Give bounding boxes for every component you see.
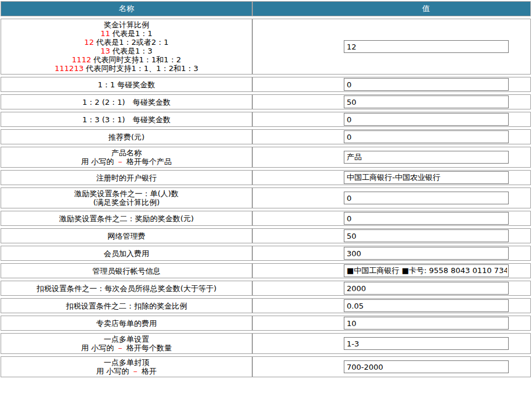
multi-order-setting-input[interactable]	[344, 337, 509, 350]
bonus-1-1-value-cell	[252, 77, 531, 92]
settings-table: 名称 值 奖金计算比例11 代表是1：112 代表是1：2或者2：113 代表是…	[1, 0, 531, 380]
highlight-text: －	[117, 344, 124, 352]
member-join-fee-input[interactable]	[344, 247, 509, 260]
tax-condition-2-value-cell	[252, 298, 531, 313]
incentive-condition-1-input[interactable]	[344, 192, 509, 204]
settings-table-body: 奖金计算比例11 代表是1：112 代表是1：2或者2：113 代表是1：311…	[1, 19, 531, 377]
table-row: 扣税设置条件之二：扣除的奖金比例	[1, 298, 531, 313]
column-header-name: 名称	[1, 1, 252, 16]
highlight-text: －	[132, 367, 139, 376]
incentive-condition-2-input[interactable]	[344, 212, 509, 225]
label-text: 奖金计算比例	[104, 20, 149, 29]
table-header-row: 名称 值	[1, 1, 531, 16]
table-row: 激励奖设置条件之二：奖励的奖金数(元)	[1, 211, 531, 226]
table-row: 激励奖设置条件之一：单(人)数(满足奖金计算比例)	[1, 187, 531, 208]
store-order-fee-input[interactable]	[344, 317, 509, 330]
admin-bank-info-label: 管理员银行帐号信息	[1, 263, 252, 278]
label-text: 激励奖设置条件之二：奖励的奖金数(元)	[59, 214, 193, 223]
member-join-fee-label: 会员加入费用	[1, 246, 252, 261]
network-fee-value-cell	[252, 228, 531, 243]
store-order-fee-label: 专卖店每单的费用	[1, 316, 252, 331]
label-text: 格开每个数量	[124, 344, 172, 352]
label-text: 代表是1：2或者2：1	[94, 38, 168, 47]
bonus-1-1-input[interactable]	[344, 78, 509, 91]
bonus-1-2-label: 1：2 (2：1) 每碰奖金数	[1, 94, 252, 109]
table-row: 1：2 (2：1) 每碰奖金数	[1, 94, 531, 109]
tax-condition-1-input[interactable]	[344, 282, 509, 295]
register-bank-input[interactable]	[344, 171, 509, 184]
label-text: 代表同时支持1：1和1：2	[91, 55, 181, 64]
label-text: 推荐费(元)	[108, 133, 145, 141]
register-bank-label: 注册时的开户银行	[1, 170, 252, 185]
label-text: 网络管理费	[108, 232, 146, 240]
label-text: 一点多单设置	[104, 335, 149, 344]
product-name-input[interactable]	[344, 151, 509, 164]
label-text: 格开每个产品	[124, 157, 172, 166]
label-text: 1：1 每碰奖金数	[98, 80, 156, 89]
table-row: 奖金计算比例11 代表是1：112 代表是1：2或者2：113 代表是1：311…	[1, 19, 531, 75]
label-text: 专卖店每单的费用	[96, 319, 157, 328]
bonus-1-2-value-cell	[252, 94, 531, 109]
label-text: 一点多单封顶	[104, 358, 149, 367]
multi-order-cap-input[interactable]	[344, 360, 509, 373]
tax-condition-2-label: 扣税设置条件之二：扣除的奖金比例	[1, 298, 252, 313]
incentive-condition-1-value-cell	[252, 187, 531, 208]
bonus-1-3-label: 1：3 (3：1) 每碰奖金数	[1, 112, 252, 127]
label-text: 扣税设置条件之二：扣除的奖金比例	[66, 302, 187, 310]
highlight-text: 111213	[55, 64, 84, 73]
bonus-1-3-value-cell	[252, 112, 531, 127]
tax-condition-1-label: 扣税设置条件之一：每次会员所得总奖金数(大于等于)	[1, 281, 252, 296]
table-row: 会员加入费用	[1, 246, 531, 261]
table-row: 1：3 (3：1) 每碰奖金数	[1, 112, 531, 127]
label-text: 代表是1：3	[110, 47, 153, 55]
table-row: 扣税设置条件之一：每次会员所得总奖金数(大于等于)	[1, 281, 531, 296]
highlight-text: 11	[100, 29, 110, 38]
product-name-label: 产品名称用 小写的 － 格开每个产品	[1, 147, 252, 168]
table-row: 1：1 每碰奖金数	[1, 77, 531, 92]
referral-fee-input[interactable]	[344, 130, 509, 143]
table-row: 产品名称用 小写的 － 格开每个产品	[1, 147, 531, 168]
bonus-1-3-input[interactable]	[344, 113, 509, 126]
incentive-condition-2-value-cell	[252, 211, 531, 226]
label-text: 会员加入费用	[104, 249, 149, 258]
label-text: 激励奖设置条件之一：单(人)数	[74, 189, 178, 198]
highlight-text: 1112	[72, 55, 91, 64]
multi-order-cap-label: 一点多单封顶用 小写的 － 格开	[1, 356, 252, 377]
multi-order-setting-value-cell	[252, 333, 531, 354]
label-text: 用 小写的	[81, 344, 116, 352]
table-row: 专卖店每单的费用	[1, 316, 531, 331]
network-fee-input[interactable]	[344, 229, 509, 242]
highlight-text: 12	[84, 38, 94, 47]
label-text: 产品名称	[111, 148, 142, 157]
bonus-1-2-input[interactable]	[344, 95, 509, 108]
table-row: 注册时的开户银行	[1, 170, 531, 185]
column-header-value: 值	[252, 1, 531, 16]
label-text: 代表同时支持1：1、1：2和1：3	[83, 64, 198, 73]
label-text: 1：3 (3：1) 每碰奖金数	[82, 115, 170, 124]
member-join-fee-value-cell	[252, 246, 531, 261]
store-order-fee-value-cell	[252, 316, 531, 331]
bonus-calc-ratio-input[interactable]	[344, 40, 509, 53]
table-row: 一点多单设置用 小写的 － 格开每个数量	[1, 333, 531, 354]
admin-bank-info-input[interactable]	[344, 264, 509, 277]
label-text: 格开	[139, 367, 157, 376]
label-text: 扣税设置条件之一：每次会员所得总奖金数(大于等于)	[36, 284, 216, 293]
referral-fee-value-cell	[252, 129, 531, 144]
label-text: 注册时的开户银行	[96, 174, 157, 182]
label-text: 代表是1：1	[110, 29, 153, 38]
table-row: 网络管理费	[1, 228, 531, 243]
label-text: 用 小写的	[81, 157, 116, 166]
bonus-calc-ratio-value-cell	[252, 19, 531, 75]
highlight-text: －	[117, 157, 124, 166]
referral-fee-label: 推荐费(元)	[1, 129, 252, 144]
label-text: 管理员银行帐号信息	[93, 267, 161, 275]
label-text: 用 小写的	[96, 367, 131, 376]
table-row: 推荐费(元)	[1, 129, 531, 144]
table-row: 管理员银行帐号信息	[1, 263, 531, 278]
table-row: 一点多单封顶用 小写的 － 格开	[1, 356, 531, 377]
tax-condition-2-input[interactable]	[344, 299, 509, 312]
network-fee-label: 网络管理费	[1, 228, 252, 243]
multi-order-cap-value-cell	[252, 356, 531, 377]
label-text: 1：2 (2：1) 每碰奖金数	[82, 98, 170, 107]
bonus-calc-ratio-label: 奖金计算比例11 代表是1：112 代表是1：2或者2：113 代表是1：311…	[1, 19, 252, 75]
